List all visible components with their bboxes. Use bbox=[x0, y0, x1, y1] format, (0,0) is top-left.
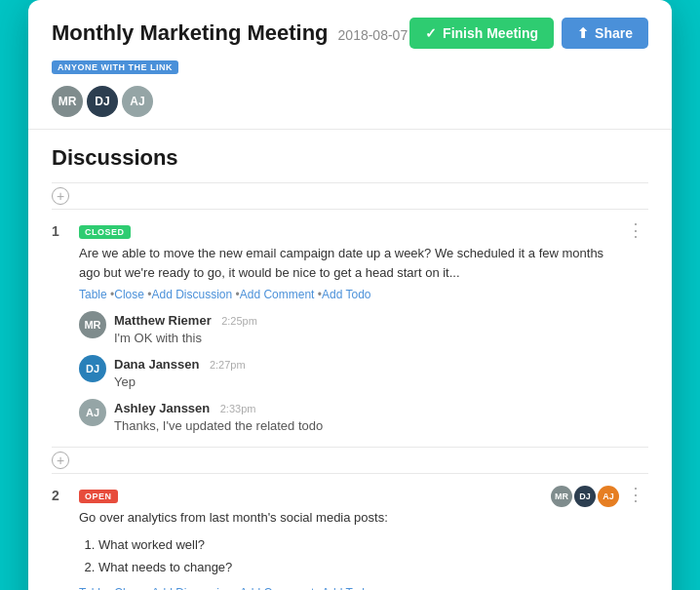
action-table-2[interactable]: Table bbox=[79, 586, 114, 590]
discussion-number-1: 1 bbox=[52, 221, 67, 239]
more-options-1[interactable]: ⋮ bbox=[623, 219, 648, 241]
action-add-todo-2[interactable]: Add Todo bbox=[322, 586, 371, 590]
discussion-text-1: Are we able to move the new email campai… bbox=[79, 244, 611, 282]
add-item-middle[interactable]: + bbox=[52, 447, 648, 473]
avatar-dj: DJ bbox=[87, 86, 118, 117]
discussion-body-1: CLOSED Are we able to move the new email… bbox=[79, 221, 611, 443]
checkmark-icon: ✓ bbox=[425, 25, 437, 41]
comment-time-ashley: 2:33pm bbox=[220, 403, 256, 414]
discussion-actions-1: Table Close Add Discussion Add Comment A… bbox=[79, 288, 611, 301]
comment-content-dana: Dana Janssen 2:27pm Yep bbox=[114, 355, 611, 389]
discussion-avatars-2: MR DJ AJ bbox=[551, 486, 619, 507]
add-icon-middle[interactable]: + bbox=[52, 452, 69, 469]
comment-text-dana: Yep bbox=[114, 374, 611, 389]
discussion-body-2: OPEN Go over analytics from last month's… bbox=[79, 486, 539, 590]
add-icon-top[interactable]: + bbox=[52, 187, 69, 205]
share-button[interactable]: ⬆ Share bbox=[562, 18, 648, 49]
discussions-section: Discussions + 1 CLOSED Are we able to mo… bbox=[28, 130, 672, 590]
discussion-actions-2: Table Close Add Discussion Add Comment A… bbox=[79, 586, 539, 590]
access-badge: ANYONE WITH THE LINK bbox=[52, 60, 178, 74]
discussion-text-2: Go over analytics from last month's soci… bbox=[79, 508, 539, 528]
avatar-aj: AJ bbox=[122, 86, 153, 117]
avatar-matthew: MR bbox=[79, 311, 106, 338]
list-item-2: What needs to change? bbox=[98, 556, 539, 578]
discussion-item-1: 1 CLOSED Are we able to move the new ema… bbox=[52, 209, 648, 447]
header-buttons: ✓ Finish Meeting ⬆ Share bbox=[409, 18, 648, 49]
comment-time-dana: 2:27pm bbox=[210, 359, 246, 371]
list-item-1: What worked well? bbox=[98, 533, 539, 556]
comment-matthew: MR Matthew Riemer 2:25pm I'm OK with thi… bbox=[79, 311, 611, 345]
action-add-comment-2[interactable]: Add Comment bbox=[240, 586, 322, 590]
avatar-mr: MR bbox=[52, 86, 83, 117]
comment-content-matthew: Matthew Riemer 2:25pm I'm OK with this bbox=[114, 311, 611, 345]
more-options-2[interactable]: ⋮ bbox=[623, 484, 648, 505]
status-badge-open: OPEN bbox=[79, 490, 118, 503]
action-close-2[interactable]: Close bbox=[114, 586, 151, 590]
discussion-list-2: What worked well? What needs to change? bbox=[79, 533, 539, 579]
comment-text-ashley: Thanks, I've updated the related todo bbox=[114, 418, 611, 433]
discussion-item-2: 2 OPEN Go over analytics from last month… bbox=[52, 473, 648, 590]
mini-avatar-aj: AJ bbox=[598, 486, 619, 507]
action-add-comment-1[interactable]: Add Comment bbox=[240, 288, 322, 301]
meeting-title: Monthly Marketing Meeting bbox=[52, 20, 329, 46]
finish-meeting-button[interactable]: ✓ Finish Meeting bbox=[409, 18, 554, 49]
avatar-ashley: AJ bbox=[79, 399, 106, 426]
comment-content-ashley: Ashley Janssen 2:33pm Thanks, I've updat… bbox=[114, 399, 611, 433]
discussions-title: Discussions bbox=[52, 145, 648, 171]
comment-dana: DJ Dana Janssen 2:27pm Yep bbox=[79, 355, 611, 389]
discussion-number-2: 2 bbox=[52, 486, 67, 503]
comment-author-ashley: Ashley Janssen bbox=[114, 401, 210, 415]
status-badge-closed: CLOSED bbox=[79, 225, 131, 239]
meeting-window: Monthly Marketing Meeting 2018-08-07 ✓ F… bbox=[28, 0, 672, 590]
share-label: Share bbox=[595, 25, 633, 41]
avatar-dana: DJ bbox=[79, 355, 106, 382]
discussion-header-2: 2 OPEN Go over analytics from last month… bbox=[52, 486, 648, 590]
comment-author-dana: Dana Janssen bbox=[114, 357, 199, 372]
discussion-header-1: 1 CLOSED Are we able to move the new ema… bbox=[52, 221, 648, 443]
action-add-todo-1[interactable]: Add Todo bbox=[322, 288, 371, 301]
action-add-discussion-1[interactable]: Add Discussion bbox=[151, 288, 239, 301]
comment-author-matthew: Matthew Riemer bbox=[114, 313, 212, 328]
mini-avatar-dj: DJ bbox=[574, 486, 596, 507]
finish-meeting-label: Finish Meeting bbox=[443, 25, 538, 41]
comment-ashley: AJ Ashley Janssen 2:33pm Thanks, I've up… bbox=[79, 399, 611, 433]
header: Monthly Marketing Meeting 2018-08-07 ✓ F… bbox=[28, 0, 672, 130]
right-actions-2: MR DJ AJ ⋮ bbox=[551, 486, 648, 507]
add-item-top[interactable]: + bbox=[52, 182, 648, 209]
comment-text-matthew: I'm OK with this bbox=[114, 331, 611, 345]
header-top: Monthly Marketing Meeting 2018-08-07 ✓ F… bbox=[52, 18, 648, 49]
title-group: Monthly Marketing Meeting 2018-08-07 bbox=[52, 20, 408, 46]
comment-time-matthew: 2:25pm bbox=[221, 315, 257, 327]
meeting-date: 2018-08-07 bbox=[338, 27, 408, 43]
attendee-avatars: MR DJ AJ bbox=[52, 86, 648, 117]
action-table-1[interactable]: Table bbox=[79, 288, 114, 301]
action-close-1[interactable]: Close bbox=[114, 288, 151, 301]
action-add-discussion-2[interactable]: Add Discussion bbox=[151, 586, 239, 590]
mini-avatar-mr: MR bbox=[551, 486, 572, 507]
share-icon: ⬆ bbox=[577, 25, 589, 41]
